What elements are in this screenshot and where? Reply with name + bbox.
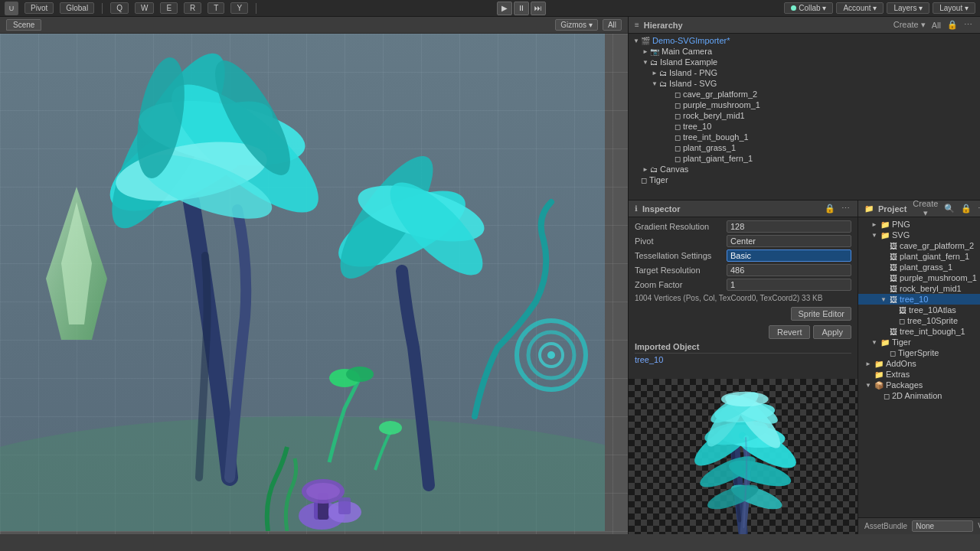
proj-item-png[interactable]: ► 📁 PNG [858, 219, 980, 230]
proj-label-tigersprite: TigerSprite [898, 348, 939, 357]
hier-item-demo-svgimporter[interactable]: ▼ 🎬 Demo-SVGImporter* [629, 35, 980, 46]
hier-item-plant-fern[interactable]: ◻ plant_giant_fern_1 [629, 153, 980, 164]
project-lock-btn[interactable]: 🔒 [959, 201, 973, 218]
proj-arrow-packages: ▼ [864, 382, 872, 389]
pivot-row: Pivot Center [635, 235, 851, 247]
target-resolution-value: 486 [727, 264, 851, 276]
proj-item-svg[interactable]: ▼ 📁 SVG [858, 230, 980, 240]
svg-point-21 [346, 367, 374, 382]
sprite-editor-button[interactable]: Sprite Editor [791, 307, 851, 321]
hierarchy-header: ≡ Hierarchy Create ▾ All 🔒 ⋯ [629, 17, 980, 34]
proj-item-addons[interactable]: ► 📁 AddOns [858, 358, 980, 369]
proj-item-extras[interactable]: 📁 Extras [858, 369, 980, 380]
hier-item-island-svg[interactable]: ▼ 🗂 Island - SVG [629, 78, 980, 89]
proj-item-tiger[interactable]: ▼ 📁 Tiger [858, 337, 980, 347]
hier-item-main-camera[interactable]: ► 📷 Main Camera [629, 46, 980, 57]
hier-item-tree-int[interactable]: ◻ tree_int_bough_1 [629, 132, 980, 142]
tool-r[interactable]: R [184, 2, 201, 14]
top-bar-right: Collab ▾ Account ▾ Layers ▾ Layout ▾ [784, 2, 975, 14]
revert-button[interactable]: Revert [769, 325, 810, 339]
proj-icon-packages: 📦 [874, 381, 884, 390]
all-button[interactable]: All [603, 19, 622, 31]
hier-arrow-camera: ► [641, 48, 650, 55]
layers-button[interactable]: Layers ▾ [887, 2, 929, 14]
layout-button[interactable]: Layout ▾ [933, 2, 975, 14]
proj-item-tree10[interactable]: ▼ 🖼 tree_10 [858, 294, 980, 305]
hierarchy-all-btn[interactable]: All [930, 20, 942, 30]
hier-item-plant-grass[interactable]: ◻ plant_grass_1 [629, 142, 980, 153]
proj-item-tree-int2[interactable]: 🖼 tree_int_bough_1 [858, 326, 980, 337]
hierarchy-lock-btn[interactable]: 🔒 [946, 20, 959, 30]
tool-y[interactable]: Y [230, 2, 248, 14]
tool-w[interactable]: W [135, 2, 154, 14]
play-button[interactable]: ▶ [497, 2, 512, 15]
hierarchy-content: ▼ 🎬 Demo-SVGImporter* ► 📷 Main Camera ▼ … [629, 34, 980, 200]
tessellation-value[interactable]: Basic [727, 249, 851, 262]
hierarchy-create-btn[interactable]: Create ▾ [892, 20, 927, 30]
hierarchy-title: Hierarchy [644, 21, 683, 30]
step-button[interactable]: ⏭ [531, 2, 546, 15]
hier-item-tiger[interactable]: ◻ Tiger [629, 174, 980, 185]
hier-item-rock[interactable]: ◻ rock_beryl_mid1 [629, 110, 980, 121]
asset-bundle-value[interactable] [912, 520, 973, 532]
proj-label-tree10: tree_10 [900, 295, 928, 304]
inspector-lock-btn[interactable]: 🔒 [823, 204, 837, 214]
proj-label-mushroom2: purple_mushroom_1 [900, 273, 977, 282]
gradient-resolution-row: Gradient Resolution 128 [635, 220, 851, 233]
proj-item-packages[interactable]: ▼ 📦 Packages [858, 380, 980, 390]
proj-item-rock2[interactable]: 🖼 rock_beryl_mid1 [858, 283, 980, 294]
proj-item-tigersprite[interactable]: ◻ TigerSprite [858, 347, 980, 358]
gizmos-button[interactable]: Gizmos ▾ [555, 19, 598, 31]
proj-item-cave[interactable]: 🖼 cave_gr_platform_2 [858, 240, 980, 251]
hier-label-rock: rock_beryl_mid1 [683, 111, 745, 120]
proj-item-grass[interactable]: 🖼 plant_grass_1 [858, 262, 980, 272]
project-title: Project [878, 204, 906, 214]
project-icon: 📁 [864, 204, 874, 213]
account-button[interactable]: Account ▾ [836, 2, 884, 14]
hierarchy-panel: ≡ Hierarchy Create ▾ All 🔒 ⋯ ▼ 🎬 Demo-SV… [629, 17, 980, 201]
proj-item-2d-animation[interactable]: ◻ 2D Animation [858, 390, 980, 401]
hier-icon-tree10: ◻ [675, 122, 681, 131]
pause-button[interactable]: ⏸ [514, 2, 529, 15]
proj-icon-mushroom2: 🖼 [890, 274, 897, 282]
hier-icon-svg: 🗂 [659, 80, 667, 88]
inspector-title: Inspector [642, 204, 681, 214]
proj-label-addons: AddOns [886, 359, 916, 368]
project-search-btn[interactable]: 🔍 [942, 201, 956, 218]
proj-icon-tree10sprite: ◻ [899, 317, 905, 325]
collab-button[interactable]: Collab ▾ [784, 2, 833, 14]
proj-icon-png: 📁 [880, 220, 890, 229]
global-button[interactable]: Global [60, 2, 94, 14]
scene-tab[interactable]: Scene [6, 19, 41, 31]
proj-icon-fern: 🖼 [890, 253, 897, 261]
proj-item-mushroom2[interactable]: 🖼 purple_mushroom_1 [858, 272, 980, 283]
proj-item-tree10atlas[interactable]: 🖼 tree_10Atlas [858, 305, 980, 315]
hierarchy-menu-btn[interactable]: ⋯ [962, 20, 974, 30]
hier-item-canvas[interactable]: ► 🗂 Canvas [629, 164, 980, 174]
project-menu-btn[interactable]: ⋯ [976, 201, 980, 218]
hier-item-island-png[interactable]: ► 🗂 Island - PNG [629, 67, 980, 78]
hierarchy-icon: ≡ [635, 21, 639, 29]
hier-item-cave[interactable]: ◻ cave_gr_platform_2 [629, 89, 980, 99]
tool-e[interactable]: E [160, 2, 178, 14]
proj-arrow-png: ► [871, 221, 878, 228]
apply-button[interactable]: Apply [813, 325, 851, 339]
pivot-button[interactable]: Pivot [24, 2, 54, 14]
hier-label-plant-fern: plant_giant_fern_1 [683, 154, 753, 163]
separator-1 [102, 3, 103, 14]
hier-item-island-example[interactable]: ▼ 🗂 Island Example [629, 57, 980, 67]
tool-q[interactable]: Q [110, 2, 129, 14]
project-create-btn[interactable]: Create ▾ [911, 201, 939, 218]
proj-icon-svg: 📁 [880, 231, 890, 240]
proj-item-tree10sprite[interactable]: ◻ tree_10Sprite [858, 315, 980, 326]
scene-header: Scene Gizmos ▾ All [0, 17, 628, 34]
hier-arrow-island: ▼ [641, 59, 650, 66]
hier-item-tree10[interactable]: ◻ tree_10 [629, 121, 980, 132]
proj-item-fern[interactable]: 🖼 plant_giant_fern_1 [858, 251, 980, 262]
inspector-header: ℹ Inspector 🔒 ⋯ [629, 201, 858, 217]
hier-icon-rock: ◻ [675, 112, 681, 120]
proj-label-cave2: cave_gr_platform_2 [900, 241, 974, 250]
tool-t[interactable]: T [207, 2, 224, 14]
hier-item-mushroom[interactable]: ◻ purple_mushroom_1 [629, 99, 980, 110]
inspector-menu-btn[interactable]: ⋯ [840, 204, 851, 214]
